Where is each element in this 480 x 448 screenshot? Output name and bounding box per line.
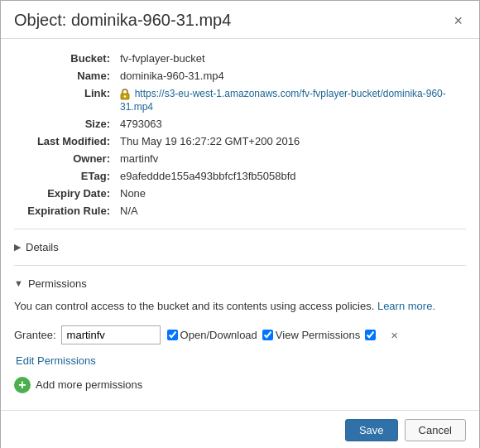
dialog-footer: Save Cancel xyxy=(1,410,479,448)
dialog-body: Bucket: fv-fvplayer-bucket Name: dominik… xyxy=(1,39,479,410)
grantee-label: Grantee: xyxy=(14,329,56,341)
lock-icon xyxy=(120,89,130,100)
last-modified-value: Thu May 19 16:27:22 GMT+200 2016 xyxy=(117,133,464,149)
close-button[interactable]: × xyxy=(450,12,466,30)
info-row-expiry: Expiry Date: None xyxy=(16,185,464,201)
dialog-title: Object: dominika-960-31.mp4 xyxy=(14,11,231,30)
name-label: Name: xyxy=(16,68,115,84)
permissions-content: You can control access to the bucket and… xyxy=(14,295,466,400)
permissions-arrow: ▼ xyxy=(14,278,23,288)
permissions-section-header[interactable]: ▼ Permissions xyxy=(14,272,466,295)
permissions-section-label: Permissions xyxy=(28,277,87,290)
info-row-expiration: Expiration Rule: N/A xyxy=(16,203,464,219)
details-section-label: Details xyxy=(26,241,59,253)
save-button[interactable]: Save xyxy=(345,419,398,441)
add-more-permissions-row[interactable]: + Add more permissions xyxy=(14,377,466,393)
separator-1 xyxy=(14,229,466,229)
bucket-value: fv-fvplayer-bucket xyxy=(117,51,464,66)
etag-label: ETag: xyxy=(16,168,115,184)
separator-2 xyxy=(14,265,466,266)
details-arrow: ▶ xyxy=(14,242,21,253)
open-download-label: Open/Download xyxy=(180,329,257,341)
object-info-table: Bucket: fv-fvplayer-bucket Name: dominik… xyxy=(14,49,466,220)
expiration-value: N/A xyxy=(117,203,464,219)
add-more-label: Add more permissions xyxy=(36,378,142,391)
info-row-last-modified: Last Modified: Thu May 19 16:27:22 GMT+2… xyxy=(16,133,464,149)
info-row-size: Size: 4793063 xyxy=(16,116,464,132)
object-dialog: Object: dominika-960-31.mp4 × Bucket: fv… xyxy=(0,0,480,448)
svg-point-1 xyxy=(124,95,126,97)
view-permissions-checkbox[interactable] xyxy=(262,330,273,340)
last-modified-label: Last Modified: xyxy=(16,133,115,149)
remove-permission-button[interactable]: × xyxy=(387,328,401,342)
permission-row: Grantee: Open/Download View Permissions … xyxy=(14,322,466,348)
permission-checks: Open/Download View Permissions × xyxy=(167,328,401,342)
expiry-label: Expiry Date: xyxy=(16,185,115,201)
expiration-label: Expiration Rule: xyxy=(16,203,115,219)
grantee-input[interactable] xyxy=(61,325,161,344)
info-row-etag: ETag: e9afeddde155a493bbfcf13fb5058bfd xyxy=(16,168,464,184)
dialog-header: Object: dominika-960-31.mp4 × xyxy=(1,1,479,39)
link-label: Link: xyxy=(16,85,115,114)
add-more-icon: + xyxy=(14,377,31,393)
extra-checkbox[interactable] xyxy=(365,330,376,340)
owner-value: martinfv xyxy=(117,151,464,166)
view-permissions-check-item[interactable]: View Permissions xyxy=(262,329,360,341)
learn-more-link[interactable]: Learn more. xyxy=(377,300,435,312)
view-permissions-label: View Permissions xyxy=(276,329,360,341)
owner-label: Owner: xyxy=(16,151,115,166)
name-value: dominika-960-31.mp4 xyxy=(117,68,464,84)
cancel-button[interactable]: Cancel xyxy=(405,419,466,441)
etag-value: e9afeddde155a493bbfcf13fb5058bfd xyxy=(117,168,464,184)
permissions-note-text: You can control access to the bucket and… xyxy=(14,300,374,312)
details-section-header[interactable]: ▶ Details xyxy=(14,236,466,258)
info-row-link: Link: https://s3-eu-west-1.amazonaws.com… xyxy=(16,85,464,114)
open-download-check-item[interactable]: Open/Download xyxy=(167,329,257,341)
size-label: Size: xyxy=(16,116,115,132)
info-row-bucket: Bucket: fv-fvplayer-bucket xyxy=(16,51,464,66)
size-value: 4793063 xyxy=(117,116,464,132)
expiry-value: None xyxy=(117,185,464,201)
link-url[interactable]: https://s3-eu-west-1.amazonaws.com/fv-fv… xyxy=(120,88,446,113)
bucket-label: Bucket: xyxy=(16,51,115,66)
info-row-owner: Owner: martinfv xyxy=(16,151,464,166)
link-value: https://s3-eu-west-1.amazonaws.com/fv-fv… xyxy=(117,85,464,114)
permissions-note: You can control access to the bucket and… xyxy=(14,300,466,312)
info-row-name: Name: dominika-960-31.mp4 xyxy=(16,68,464,84)
open-download-checkbox[interactable] xyxy=(167,330,178,340)
edit-permissions-link[interactable]: Edit Permissions xyxy=(16,354,96,367)
